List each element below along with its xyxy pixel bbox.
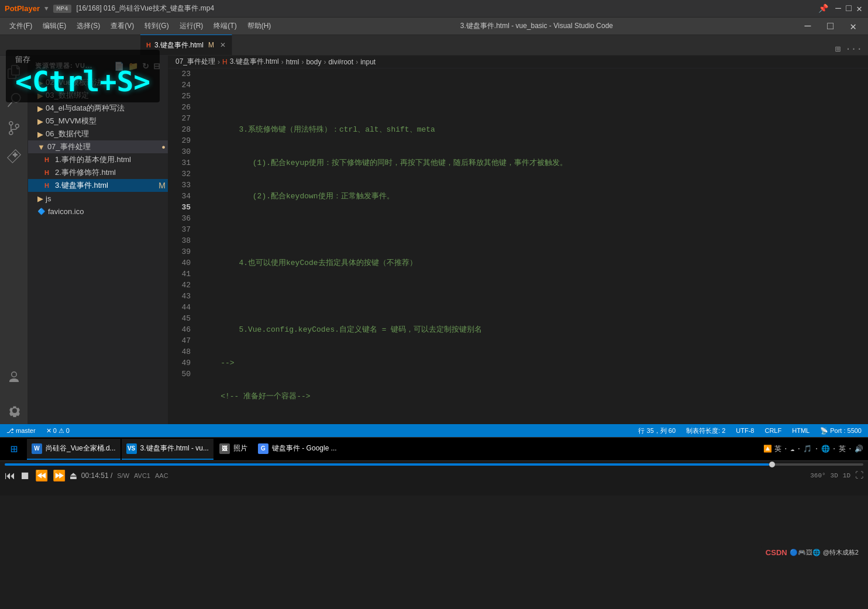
- git-branch[interactable]: ⎇ master: [5, 427, 37, 435]
- line-ending-label: CRLF: [764, 427, 781, 434]
- tray-music[interactable]: 🎵: [803, 445, 812, 453]
- activity-settings[interactable]: [0, 396, 28, 424]
- menu-edit[interactable]: 编辑(E): [38, 19, 71, 33]
- menu-help[interactable]: 帮助(H): [243, 19, 276, 33]
- tray-network[interactable]: 🌐: [821, 445, 830, 453]
- sidebar-item-file1[interactable]: H 1.事件的基本使用.html: [28, 153, 168, 166]
- sidebar-item-07[interactable]: ▼ 07_事件处理 ●: [28, 140, 168, 153]
- prev-btn[interactable]: ⏮: [5, 470, 15, 482]
- warning-icon: ⚠: [58, 427, 64, 435]
- ico-file-icon: 🔷: [37, 208, 46, 215]
- sidebar-item-06[interactable]: ▶ 06_数据代理: [28, 128, 168, 140]
- html-file-icon: H: [44, 156, 53, 163]
- vscode-minimize-btn[interactable]: ─: [798, 18, 818, 35]
- sidebar-item-js[interactable]: ▶ js: [28, 192, 168, 205]
- code-editor[interactable]: 23 24 25 26 27 28 29 30 31 32 33 34 35 3…: [168, 68, 868, 424]
- menu-file[interactable]: 文件(F): [5, 19, 37, 33]
- mode-1d[interactable]: 1D: [843, 472, 850, 479]
- breadcrumb-part1[interactable]: 07_事件处理: [175, 57, 215, 67]
- fullscreen-btn[interactable]: ⛶: [855, 471, 863, 480]
- taskbar-item-chrome[interactable]: G 键盘事件 - Google ...: [253, 439, 342, 460]
- close-btn[interactable]: ✕: [855, 5, 863, 13]
- vscode-close-btn[interactable]: ✕: [843, 18, 863, 35]
- watermark-icons: 🔵🎮🖼🌐: [790, 549, 821, 556]
- line-26: (2).配合keydown使用：正常触发事件。: [202, 191, 868, 202]
- sidebar-item-file3[interactable]: H 3.键盘事件.html M: [28, 179, 168, 192]
- stop-btn[interactable]: ⏹: [20, 470, 30, 482]
- csdn-logo: CSDN: [766, 548, 787, 557]
- file-label: 2.事件修饰符.html: [55, 167, 116, 178]
- error-icon: ✕: [46, 427, 51, 435]
- next-frame-btn[interactable]: ⏩: [53, 469, 66, 482]
- taskbar-item-label-photos: 照片: [233, 443, 247, 453]
- live-server-port[interactable]: 📡 Port : 5500: [818, 427, 863, 435]
- breadcrumb-html[interactable]: html: [286, 58, 299, 66]
- tray-icon-1[interactable]: 🔼: [763, 445, 772, 453]
- breadcrumb-input[interactable]: input: [360, 58, 376, 66]
- folder-label: 07_事件处理: [47, 142, 91, 152]
- taskbar-app-icon-chrome: G: [258, 443, 268, 454]
- breadcrumb-part2[interactable]: H: [222, 58, 228, 66]
- tray-ime[interactable]: 英: [774, 444, 781, 454]
- taskbar-item-label-chrome: 键盘事件 - Google ...: [272, 443, 337, 453]
- tab-close-icon[interactable]: ✕: [220, 41, 226, 49]
- line-32: <!-- 准备好一个容器-->: [202, 391, 868, 402]
- potplayer-logo: PotPlayer: [5, 4, 40, 13]
- activity-git[interactable]: [0, 114, 28, 142]
- error-num: 0: [53, 427, 57, 434]
- activity-account[interactable]: [0, 363, 28, 391]
- pin-icon[interactable]: 📌: [815, 4, 832, 13]
- taskbar-item-photos[interactable]: 🖼 照片: [215, 439, 252, 460]
- menu-view[interactable]: 查看(V): [106, 19, 139, 33]
- editor-split-icon[interactable]: ⊞: [835, 43, 841, 55]
- minimize-btn[interactable]: ─: [834, 5, 842, 13]
- eject-btn[interactable]: ⏏: [70, 469, 77, 482]
- mode-3d[interactable]: 3D: [831, 472, 838, 479]
- time-display: 00:14:51 /: [81, 472, 112, 480]
- code-text[interactable]: 3.系统修饰键（用法特殊）：ctrl、alt、shift、meta (1).配合…: [198, 68, 868, 424]
- breadcrumb-body[interactable]: body: [306, 58, 321, 66]
- vscode-maximize-btn[interactable]: □: [820, 18, 841, 35]
- start-button[interactable]: ⊞: [2, 439, 26, 460]
- sidebar-item-favicon[interactable]: 🔷 favicon.ico: [28, 205, 168, 218]
- sidebar-item-file2[interactable]: H 2.事件修饰符.html: [28, 166, 168, 179]
- prev-frame-btn[interactable]: ⏪: [35, 469, 48, 482]
- activity-extensions[interactable]: [0, 142, 28, 170]
- taskbar-item-unilearn[interactable]: W 尚硅谷_Vue全家桶.d...: [27, 439, 120, 460]
- progress-thumb[interactable]: [769, 462, 775, 467]
- html-file-icon: H: [44, 169, 53, 176]
- tray-ime2[interactable]: 英: [839, 444, 846, 454]
- tab-label: 3.键盘事件.html: [154, 40, 204, 50]
- line-ending[interactable]: CRLF: [763, 427, 783, 434]
- tray-cloud[interactable]: ☁: [790, 445, 794, 453]
- menu-select[interactable]: 选择(S): [72, 19, 105, 33]
- cursor-position[interactable]: 行 35，列 60: [636, 426, 677, 435]
- more-icon[interactable]: ···: [845, 44, 862, 54]
- active-file-label: 3.键盘事件.html: [55, 180, 108, 191]
- html-file-icon: H: [44, 182, 53, 189]
- sidebar-item-04[interactable]: ▶ 04_el与data的两种写法: [28, 102, 168, 115]
- tray-volume[interactable]: 🔊: [855, 445, 863, 453]
- line-23: [202, 91, 868, 102]
- breadcrumb-div[interactable]: div#root: [328, 58, 353, 66]
- folder-icon: ▶: [37, 104, 43, 113]
- tray-dot3: ·: [814, 445, 818, 453]
- menu-goto[interactable]: 转到(G): [140, 19, 173, 33]
- line-27: [202, 224, 868, 235]
- maximize-btn[interactable]: □: [845, 5, 853, 13]
- branch-name: master: [16, 427, 36, 434]
- tab-size[interactable]: 制表符长度: 2: [684, 426, 727, 435]
- sidebar-item-05[interactable]: ▶ 05_MVVM模型: [28, 115, 168, 128]
- taskbar-app-icon-unilearn: W: [32, 443, 42, 454]
- line-30: 5.Vue.config.keyCodes.自定义键名 = 键码，可以去定制按键…: [202, 324, 868, 335]
- progress-bar[interactable]: [5, 463, 863, 466]
- encoding[interactable]: UTF-8: [734, 427, 756, 434]
- menu-terminal[interactable]: 终端(T): [209, 19, 241, 33]
- breadcrumb-part2-label[interactable]: 3.键盘事件.html: [230, 57, 279, 67]
- folder-icon: ▶: [37, 117, 43, 126]
- language-mode[interactable]: HTML: [790, 427, 811, 434]
- error-count[interactable]: ✕ 0 ⚠ 0: [44, 427, 71, 435]
- line-col: 行 35，列 60: [638, 426, 676, 435]
- menu-run[interactable]: 运行(R): [175, 19, 208, 33]
- taskbar-item-vscode[interactable]: VS 3.键盘事件.html - vu...: [122, 439, 213, 460]
